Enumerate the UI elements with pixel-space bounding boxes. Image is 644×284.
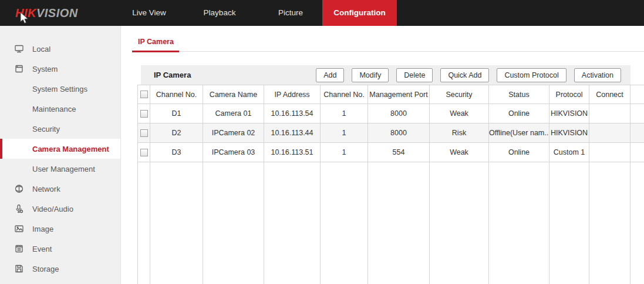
cell-camera-name: Camera 01	[203, 104, 264, 123]
mic-icon	[14, 204, 32, 213]
column-header-management-port: Management Port	[368, 85, 430, 104]
activation-button[interactable]: Activation	[574, 68, 621, 82]
tab-ip-camera[interactable]: IP Camera	[138, 38, 174, 46]
cell-management-port: 8000	[368, 123, 430, 143]
camera-table: Channel No.Camera NameIP AddressChannel …	[137, 85, 644, 162]
grid-line	[137, 162, 138, 284]
delete-button[interactable]: Delete	[396, 68, 433, 82]
cell-security: Weak	[430, 143, 489, 162]
sidebar: LocalSystemSystem SettingsMaintenanceSec…	[0, 26, 121, 284]
sidebar-item-label: Camera Management	[32, 145, 109, 153]
table-row[interactable]: D2IPCamera 0210.16.113.4418000RiskOfflin…	[138, 123, 644, 143]
sidebar-item-camera-management[interactable]: Camera Management	[0, 139, 120, 159]
cell-management-port: 554	[368, 143, 430, 162]
monitor-icon	[14, 44, 32, 54]
cell-status: Online	[489, 104, 549, 123]
cell-ip-address: 10.16.113.54	[264, 104, 321, 123]
table-row[interactable]: D1Camera 0110.16.113.5418000WeakOnlineHI…	[138, 104, 644, 123]
sidebar-item-label: Video/Audio	[32, 205, 73, 213]
cell-management-port: 8000	[368, 104, 430, 123]
sidebar-item-label: Maintenance	[32, 105, 76, 113]
select-all-checkbox[interactable]	[140, 91, 148, 98]
column-header-protocol: Protocol	[549, 85, 589, 104]
row-checkbox-cell	[138, 143, 150, 162]
column-header-ip-address: IP Address	[264, 85, 321, 104]
cell-protocol: HIKVISION	[549, 104, 589, 123]
table-row[interactable]: D3IPCamera 0310.16.113.511554WeakOnlineC…	[138, 143, 644, 162]
row-checkbox-cell	[138, 123, 150, 143]
nav-tab-playback[interactable]: Playback	[203, 0, 237, 26]
column-header-channel-no-: Channel No.	[321, 85, 368, 104]
cell-ip-address: 10.16.113.51	[264, 143, 321, 162]
sidebar-item-label: Network	[32, 185, 60, 193]
grid-line	[203, 162, 203, 284]
sidebar-item-image[interactable]: Image	[0, 219, 120, 239]
grid-line	[429, 162, 430, 284]
camera-table-area: Channel No.Camera NameIP AddressChannel …	[137, 85, 644, 284]
system-icon	[14, 64, 32, 73]
add-button[interactable]: Add	[316, 68, 344, 82]
event-icon	[14, 244, 32, 253]
row-checkbox[interactable]	[140, 129, 148, 137]
header-filler-cell	[630, 85, 644, 104]
sidebar-item-label: System Settings	[32, 85, 87, 93]
cell-protocol: HIKVISION	[549, 123, 589, 143]
sidebar-item-local[interactable]: Local	[0, 39, 120, 59]
grid-line	[589, 162, 589, 284]
quick-add-button[interactable]: Quick Add	[440, 68, 489, 82]
content-tab-bar: IP Camera	[121, 26, 644, 52]
image-icon	[14, 224, 32, 233]
active-tab-underline	[132, 51, 179, 52]
sidebar-item-maintenance[interactable]: Maintenance	[0, 99, 120, 119]
cell-connect	[589, 123, 630, 143]
sidebar-item-label: Image	[32, 225, 53, 233]
row-checkbox[interactable]	[140, 110, 148, 118]
custom-protocol-button[interactable]: Custom Protocol	[497, 68, 566, 82]
row-filler-cell	[630, 104, 644, 123]
sidebar-item-event[interactable]: Event	[0, 239, 120, 259]
modify-button[interactable]: Modify	[352, 68, 389, 82]
toolbar-button-group: AddModifyDeleteQuick AddCustom ProtocolA…	[316, 68, 621, 82]
row-checkbox-cell	[138, 104, 150, 123]
nav-tab-picture[interactable]: Picture	[278, 0, 304, 26]
cell-channel-no-: D2	[150, 123, 203, 143]
cell-ip-address: 10.16.113.44	[264, 123, 321, 143]
sidebar-item-system[interactable]: System	[0, 59, 120, 79]
sidebar-item-storage[interactable]: Storage	[0, 259, 120, 279]
sidebar-item-video-audio[interactable]: Video/Audio	[0, 199, 120, 219]
cell-connect	[589, 143, 630, 162]
sidebar-item-user-management[interactable]: User Management	[0, 159, 120, 179]
grid-line	[264, 162, 264, 284]
nav-tab-configuration[interactable]: Configuration	[322, 0, 397, 26]
sidebar-item-label: User Management	[32, 165, 95, 173]
ip-camera-toolbar: IP Camera AddModifyDeleteQuick AddCustom…	[141, 65, 630, 85]
cell-protocol: Custom 1	[549, 143, 589, 162]
tab-divider-line	[132, 51, 644, 52]
sidebar-item-network[interactable]: Network	[0, 179, 120, 199]
cell-status: Online	[489, 143, 549, 162]
cell-channel-no-: 1	[321, 123, 368, 143]
sidebar-item-security[interactable]: Security	[0, 119, 120, 139]
cell-status: Offline(User nam...	[489, 123, 549, 143]
sidebar-item-label: System	[32, 65, 58, 73]
column-header-status: Status	[489, 85, 549, 104]
globe-icon	[14, 184, 32, 193]
cell-camera-name: IPCamera 02	[203, 123, 264, 143]
row-checkbox[interactable]	[140, 149, 148, 156]
grid-line	[630, 162, 630, 284]
sidebar-item-label: Event	[32, 245, 52, 253]
mouse-cursor-icon	[19, 12, 30, 25]
cell-channel-no-: D3	[150, 143, 203, 162]
sidebar-item-label: Local	[32, 45, 50, 54]
top-bar: HIKVISION Live ViewPlaybackPictureConfig…	[0, 0, 644, 26]
sidebar-item-label: Storage	[32, 265, 59, 273]
row-filler-cell	[630, 123, 644, 143]
nav-tab-live-view[interactable]: Live View	[132, 0, 166, 26]
table-header-row: Channel No.Camera NameIP AddressChannel …	[138, 85, 644, 104]
column-header-channel-no-: Channel No.	[150, 85, 203, 104]
cell-channel-no-: 1	[321, 143, 368, 162]
cell-camera-name: IPCamera 03	[203, 143, 264, 162]
sidebar-item-system-settings[interactable]: System Settings	[0, 79, 120, 99]
sidebar-item-label: Security	[32, 125, 60, 133]
cell-channel-no-: D1	[150, 104, 203, 123]
